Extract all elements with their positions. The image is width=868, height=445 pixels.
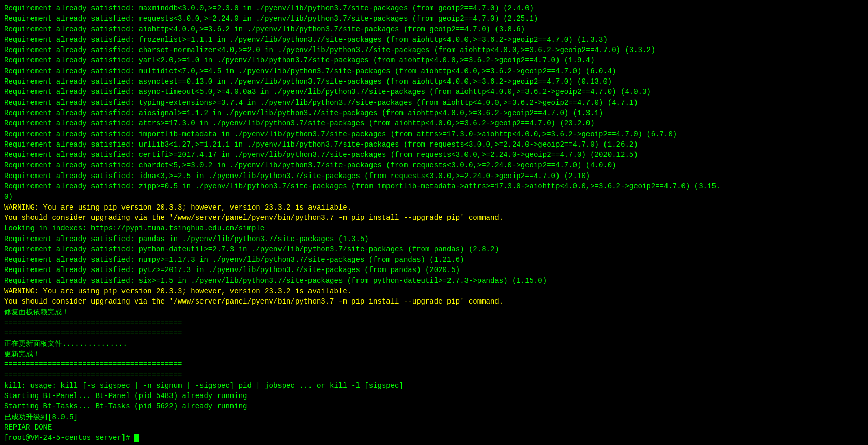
- terminal-line: Requirement already satisfied: multidict…: [4, 66, 864, 76]
- terminal-line: WARNING: You are using pip version 20.3.…: [4, 202, 864, 213]
- terminal-line: Looking in indexes: https://pypi.tuna.ts…: [4, 223, 864, 233]
- terminal-line: Starting Bt-Tasks... Bt-Tasks (pid 5622)…: [4, 401, 864, 411]
- terminal-line: Requirement already satisfied: yarl<2.0,…: [4, 55, 864, 66]
- terminal-line: Requirement already satisfied: async-tim…: [4, 87, 864, 97]
- terminal-line: Requirement already satisfied: requests<…: [4, 13, 864, 24]
- terminal-line: Requirement already satisfied: aiohttp<4…: [4, 24, 864, 35]
- terminal-line: Requirement already satisfied: numpy>=1.…: [4, 255, 864, 265]
- terminal-line: [root@VM-24-5-centos server]#: [4, 433, 864, 443]
- terminal-line: ========================================…: [4, 328, 864, 338]
- terminal-line: Requirement already satisfied: aiosignal…: [4, 108, 864, 118]
- terminal-line: Requirement already satisfied: charset-n…: [4, 45, 864, 55]
- terminal-line: Requirement already satisfied: pytz>=201…: [4, 265, 864, 275]
- terminal-line: Requirement already satisfied: urllib3<1…: [4, 139, 864, 150]
- terminal-line: Requirement already satisfied: python-da…: [4, 244, 864, 255]
- terminal[interactable]: Requirement already satisfied: maxminddb…: [0, 0, 868, 445]
- terminal-line: Requirement already satisfied: six>=1.5 …: [4, 276, 864, 286]
- terminal-line: Requirement already satisfied: importlib…: [4, 129, 864, 139]
- terminal-line: ========================================…: [4, 359, 864, 370]
- terminal-line: You should consider upgrading via the '/…: [4, 296, 864, 307]
- terminal-line: ========================================…: [4, 317, 864, 328]
- terminal-line: Requirement already satisfied: pandas in…: [4, 234, 864, 244]
- terminal-line: Requirement already satisfied: maxminddb…: [4, 3, 864, 13]
- terminal-line: 更新完成！: [4, 349, 864, 359]
- terminal-line: kill: usage: kill [-s sigspec | -n signu…: [4, 380, 864, 391]
- terminal-line: 正在更新面板文件...............: [4, 339, 864, 349]
- terminal-line: 已成功升级到[8.0.5]: [4, 412, 864, 422]
- terminal-cursor: [134, 434, 140, 442]
- terminal-line: REPIAR DONE: [4, 422, 864, 433]
- terminal-line: Requirement already satisfied: typing-ex…: [4, 98, 864, 108]
- terminal-line: Requirement already satisfied: certifi>=…: [4, 150, 864, 160]
- terminal-line: WARNING: You are using pip version 20.3.…: [4, 286, 864, 296]
- terminal-line: Starting Bt-Panel... Bt-Panel (pid 5483)…: [4, 391, 864, 401]
- terminal-line: ========================================…: [4, 370, 864, 380]
- terminal-line: Requirement already satisfied: zipp>=0.5…: [4, 181, 864, 202]
- terminal-line: Requirement already satisfied: chardet<5…: [4, 160, 864, 170]
- terminal-line: You should consider upgrading via the '/…: [4, 213, 864, 223]
- terminal-line: 修复面板依赖完成！: [4, 307, 864, 317]
- terminal-line: Requirement already satisfied: asynctest…: [4, 76, 864, 87]
- terminal-line: Requirement already satisfied: frozenlis…: [4, 35, 864, 45]
- terminal-line: Requirement already satisfied: idna<3,>=…: [4, 171, 864, 181]
- terminal-line: Requirement already satisfied: attrs>=17…: [4, 118, 864, 129]
